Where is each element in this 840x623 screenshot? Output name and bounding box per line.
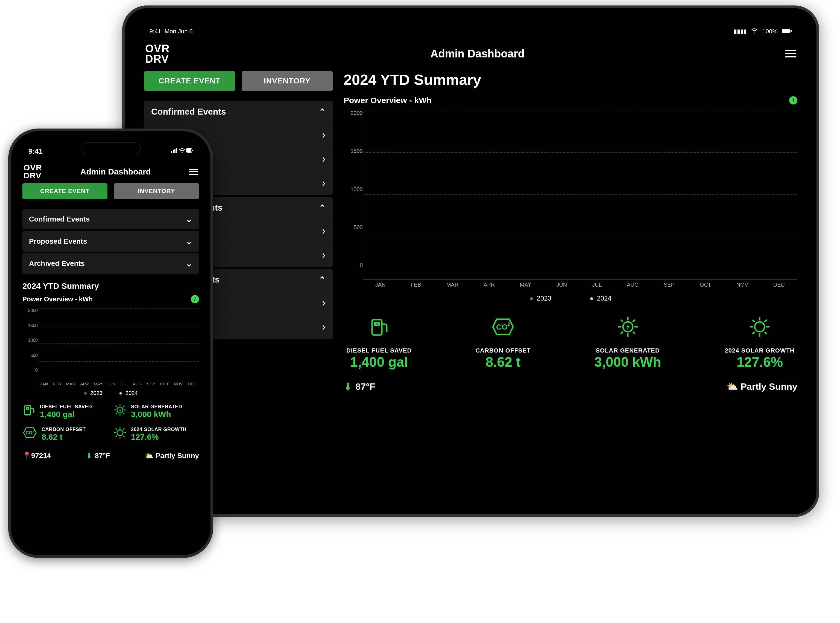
sidebar-group-proposed: Proposed Events (22, 231, 199, 252)
create-event-button[interactable]: CREATE EVENT (144, 71, 235, 91)
power-chart: 2000 1500 1000 500 0 (344, 110, 797, 279)
battery-icon (782, 28, 792, 35)
app-header: OVR DRV Admin Dashboard (144, 43, 797, 71)
chevron-up-icon (319, 107, 326, 117)
svg-line-17 (621, 332, 623, 334)
fuel-pump-icon: $ (22, 404, 35, 419)
chevron-up-icon (319, 275, 326, 285)
co2-icon: CO2 (475, 316, 531, 342)
co2-icon: CO2 (22, 426, 37, 442)
chevron-down-icon (186, 259, 193, 268)
status-date: Mon Jun 6 (165, 28, 193, 35)
chevron-down-icon (186, 236, 193, 246)
legend-2024: 2024 (590, 295, 612, 302)
svg-rect-27 (171, 151, 172, 153)
status-icons (171, 147, 193, 156)
kpi-growth: 2024 SOLAR GROWTH 127.6% (725, 316, 795, 370)
svg-line-25 (765, 320, 767, 322)
menu-icon[interactable] (189, 169, 198, 175)
chart-title: Power Overview - kWh (344, 96, 431, 105)
svg-line-26 (753, 332, 755, 334)
sidebar-group-archived: Archived Events (22, 253, 199, 274)
y-axis-labels: 2000 1500 1000 500 0 (344, 110, 363, 279)
signal-icon: ▮▮▮▮ (734, 28, 747, 35)
legend-2023: 2023 (529, 295, 551, 302)
menu-icon[interactable] (785, 50, 796, 57)
sidebar-group-header[interactable]: Proposed Events (22, 231, 199, 252)
x-axis-labels: JANFEBMARAPRMAYJUNJULAUGSEPOCTNOVDEC (22, 382, 199, 386)
chevron-right-icon (322, 225, 326, 237)
kpi-solar: SOLAR GENERATED 3,000 kWh (594, 316, 661, 370)
svg-line-16 (633, 320, 635, 322)
kpi-carbon: CO2 CARBON OFFSET 8.62 t (475, 316, 531, 370)
chevron-right-icon (322, 153, 326, 165)
chevron-right-icon (322, 177, 326, 189)
y-axis-labels: 2000 1500 1000 500 0 (22, 308, 38, 379)
status-right: ▮▮▮▮ 100% (731, 28, 792, 35)
page-title: Admin Dashboard (80, 167, 151, 176)
create-event-button[interactable]: CREATE EVENT (22, 183, 107, 199)
svg-text:$: $ (27, 407, 28, 410)
legend-2023: 2023 (84, 390, 103, 396)
inventory-button[interactable]: INVENTORY (114, 183, 199, 199)
svg-rect-33 (187, 149, 191, 152)
svg-point-50 (117, 430, 123, 436)
info-icon[interactable]: i (789, 96, 797, 104)
chevron-right-icon (322, 249, 326, 261)
svg-rect-1 (782, 29, 790, 33)
sidebar-group-confirmed: Confirmed Events (22, 209, 199, 229)
kpi-grid: $ DIESEL FUEL SAVED1,400 gal SOLAR GENER… (22, 404, 199, 442)
kpi-diesel: $ DIESEL FUEL SAVED 1,400 gal (346, 316, 412, 370)
logo[interactable]: OVR DRV (23, 164, 42, 180)
sidebar-group-header[interactable]: Confirmed Events (144, 101, 333, 123)
sidebar-group-header[interactable]: Archived Events (22, 253, 199, 274)
svg-rect-30 (176, 148, 177, 153)
temperature: 87°F (344, 381, 375, 392)
wifi-icon (751, 28, 759, 35)
sun-icon (113, 426, 127, 442)
svg-text:$: $ (376, 322, 378, 326)
svg-text:CO: CO (26, 430, 32, 435)
chart-title: Power Overview - kWh (22, 295, 93, 303)
fuel-pump-icon: $ (346, 316, 412, 342)
inventory-button[interactable]: INVENTORY (242, 71, 333, 91)
svg-line-58 (116, 436, 117, 437)
sidebar-group-header[interactable]: Confirmed Events (22, 209, 199, 229)
svg-point-18 (755, 322, 765, 332)
page-title: Admin Dashboard (430, 48, 525, 60)
footer-bar: 87°F Partly Sunny (344, 381, 797, 392)
weather: Partly Sunny (145, 451, 199, 460)
kpi-row: $ DIESEL FUEL SAVED 1,400 gal CO2 CARBON… (344, 316, 797, 370)
temperature: 87°F (86, 451, 110, 460)
svg-text:2: 2 (33, 430, 34, 433)
app-header: OVR DRV Admin Dashboard (22, 164, 199, 183)
kpi-carbon: CO2 CARBON OFFSET8.62 t (22, 426, 108, 442)
svg-rect-29 (174, 149, 176, 153)
chevron-right-icon (322, 129, 326, 141)
phone-device: 9:41 OVR DRV Admin Dashboard CREATE EVEN… (8, 129, 213, 558)
summary-title: 2024 YTD Summary (22, 281, 199, 291)
svg-line-44 (123, 413, 124, 414)
footer-bar: 97214 87°F Partly Sunny (22, 451, 199, 460)
legend-2024: 2024 (119, 390, 138, 396)
svg-line-15 (633, 332, 635, 334)
sun-bolt-icon (113, 404, 127, 419)
svg-line-23 (753, 320, 755, 322)
svg-line-43 (116, 405, 117, 407)
status-time: 9:41 (28, 147, 43, 156)
chart-plot (363, 110, 797, 279)
svg-line-55 (116, 428, 117, 430)
x-axis-labels: JANFEBMARAPRMAYJUNJULAUGSEPOCTNOVDEC (344, 282, 797, 288)
svg-rect-28 (173, 150, 174, 153)
battery-pct: 100% (762, 28, 778, 35)
sun-bolt-icon (594, 316, 661, 342)
logo[interactable]: OVR DRV (145, 43, 170, 64)
svg-line-57 (123, 428, 124, 430)
svg-text:CO: CO (496, 323, 508, 331)
chevron-right-icon (322, 297, 326, 309)
phone-notch (81, 142, 141, 154)
svg-line-46 (116, 413, 117, 414)
info-icon[interactable]: i (191, 295, 199, 303)
svg-line-56 (123, 436, 124, 437)
kpi-growth: 2024 SOLAR GROWTH127.6% (113, 426, 199, 442)
